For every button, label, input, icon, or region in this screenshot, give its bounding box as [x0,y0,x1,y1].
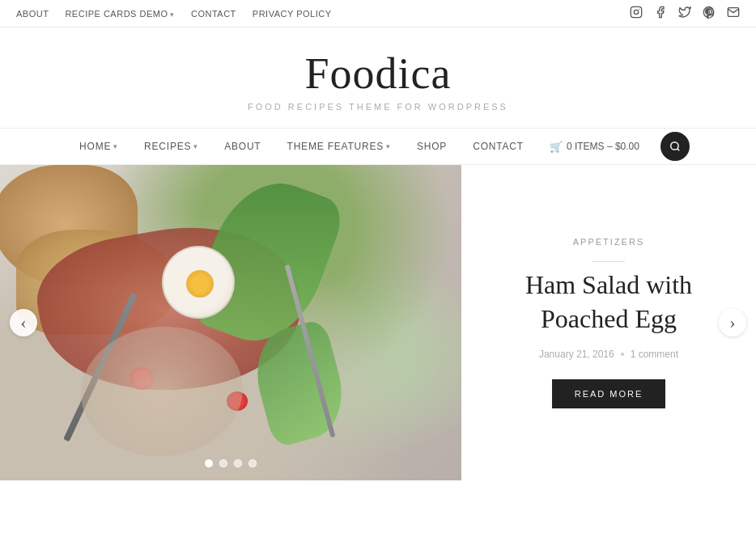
svg-line-4 [677,149,680,151]
slider-dot-1[interactable] [205,459,213,467]
slider-prev-button[interactable]: ‹ [10,309,37,336]
recipes-dropdown-arrow: ▾ [193,142,198,150]
hero-slider: Appetizers Ham Salad with Poached Egg Ja… [0,165,756,480]
main-nav-shop[interactable]: SHOP [404,128,460,165]
top-nav-contact[interactable]: CONTACT [191,9,236,19]
main-nav-home[interactable]: HOME ▾ [66,128,131,165]
top-nav-recipe-cards[interactable]: RECIPE CARDS DEMO▾ [65,9,175,19]
slide-category: Appetizers [573,237,644,247]
slide-date: January 21, 2016 [539,349,614,360]
svg-point-2 [639,8,639,9]
main-nav-theme-features[interactable]: THEME FEATURES ▾ [274,128,404,165]
slider-dots [0,459,461,467]
main-nav-about[interactable]: ABOUT [211,128,274,165]
instagram-icon[interactable] [630,6,643,22]
slide-meta: January 21, 2016 1 comment [539,349,678,360]
read-more-button[interactable]: READ MORE [552,379,666,408]
main-nav: HOME ▾ RECIPES ▾ ABOUT THEME FEATURES ▾ … [0,128,756,165]
cart-nav-item[interactable]: 🛒 0 ITEMS – $0.00 [537,141,652,153]
email-icon[interactable] [727,6,740,22]
top-nav-about[interactable]: ABOUT [16,9,49,19]
slider-content: Appetizers Ham Salad with Poached Egg Ja… [461,165,756,480]
search-icon [669,141,681,152]
slider-dot-3[interactable] [234,459,242,467]
recipe-cards-dropdown-arrow: ▾ [170,11,175,19]
svg-rect-0 [631,6,641,17]
pinterest-icon[interactable] [703,6,716,22]
theme-features-dropdown-arrow: ▾ [386,142,391,150]
main-nav-recipes[interactable]: RECIPES ▾ [131,128,211,165]
main-nav-contact[interactable]: CONTACT [460,128,537,165]
site-logo[interactable]: Foodica [16,52,740,95]
site-tagline: FOOD RECIPES THEME FOR WORDPRESS [16,102,740,112]
cart-icon: 🛒 [550,141,563,153]
slide-category-divider [592,261,625,262]
twitter-icon[interactable] [678,6,691,22]
slide-comments: 1 comment [631,349,678,360]
svg-point-3 [671,142,678,150]
slide-title: Ham Salad with Poached Egg [486,268,732,336]
cart-label: 0 ITEMS – $0.00 [567,141,639,152]
slider-dot-2[interactable] [219,459,227,467]
top-nav-icons [630,6,740,22]
home-dropdown-arrow: ▾ [113,142,118,150]
slider-image [0,165,461,480]
site-header: Foodica FOOD RECIPES THEME FOR WORDPRESS [0,27,756,128]
top-nav: ABOUT RECIPE CARDS DEMO▾ CONTACT PRIVACY… [0,0,756,27]
slider-dot-4[interactable] [248,459,257,467]
facebook-icon[interactable] [654,6,667,22]
search-button[interactable] [660,132,690,161]
slide-meta-separator [621,353,624,356]
top-nav-privacy[interactable]: PRIVACY POLICY [253,9,332,19]
top-nav-links: ABOUT RECIPE CARDS DEMO▾ CONTACT PRIVACY… [16,9,332,19]
slider-next-button[interactable]: › [719,309,746,336]
svg-point-1 [634,10,638,14]
